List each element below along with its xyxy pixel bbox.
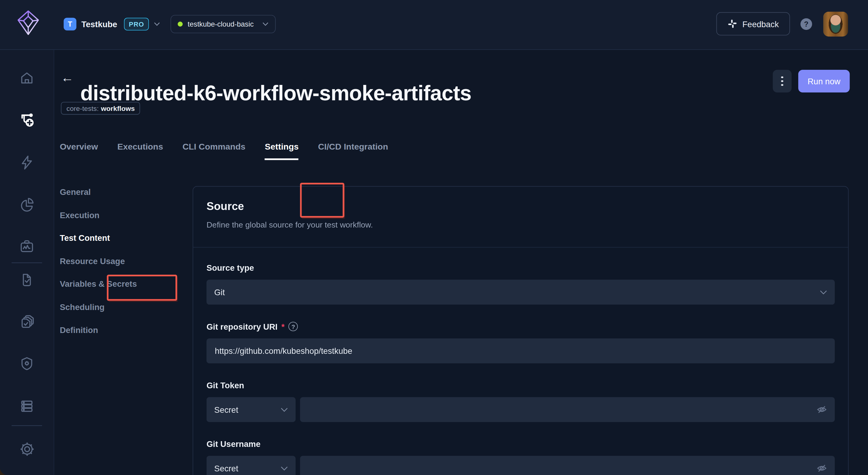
test-document-icon[interactable] [18, 271, 36, 288]
subnav-definition[interactable]: Definition [60, 324, 137, 336]
source-type-label: Source type [207, 263, 835, 272]
subnav-variables-secrets[interactable]: Variables & Secrets [60, 278, 137, 290]
sidebar-divider [11, 425, 42, 426]
question-circle-icon[interactable]: ? [288, 322, 298, 331]
back-button[interactable]: ← [61, 71, 74, 84]
tab-overview[interactable]: Overview [60, 142, 98, 153]
git-username-field: Git Username Secret [207, 439, 835, 475]
tab-cicd-integration[interactable]: CI/CD Integration [318, 142, 388, 153]
source-panel-description: Define the global source for your test w… [207, 220, 835, 234]
source-panel-title: Source [207, 200, 835, 213]
source-panel: Source Define the global source for your… [193, 186, 849, 475]
sidebar-divider [11, 263, 42, 263]
git-username-input[interactable] [300, 456, 835, 475]
eye-off-icon[interactable] [817, 463, 827, 474]
home-icon[interactable] [18, 70, 36, 86]
page-title: distributed-k6-workflow-smoke-artifacts [80, 82, 471, 106]
label-chip-key: core-tests: [66, 105, 99, 112]
subnav-general[interactable]: General [60, 186, 137, 198]
git-repository-uri-field: Git repository URI * ? [207, 322, 835, 363]
git-token-mode-select[interactable]: Secret [207, 397, 296, 422]
git-username-mode-value: Secret [214, 464, 281, 473]
main-content: ← distributed-k6-workflow-smoke-artifact… [54, 50, 868, 475]
git-token-mode-value: Secret [214, 405, 281, 414]
org-avatar: T [64, 18, 76, 31]
git-repository-uri-label: Git repository URI * ? [207, 322, 835, 331]
source-type-field: Source type Git [207, 263, 835, 304]
chevron-down-icon [154, 22, 160, 26]
subnav-scheduling[interactable]: Scheduling [60, 301, 137, 313]
workflow-tabs: Overview Executions CLI Commands Setting… [60, 142, 388, 153]
settings-subnav: General Execution Test Content Resource … [60, 186, 137, 347]
tab-executions[interactable]: Executions [117, 142, 163, 153]
kebab-dot [781, 84, 783, 86]
git-username-mode-select[interactable]: Secret [207, 456, 296, 475]
eye-off-icon[interactable] [817, 404, 827, 415]
settings-gear-icon[interactable] [18, 441, 36, 457]
org-name: Testkube [81, 19, 117, 29]
source-type-value: Git [214, 287, 820, 297]
label-chip-value: workflows [101, 105, 135, 112]
more-actions-button[interactable] [773, 70, 792, 92]
user-avatar[interactable] [823, 11, 848, 36]
chevron-down-icon [281, 466, 288, 471]
git-token-input-wrap [300, 397, 835, 422]
monitors-activity-icon[interactable] [18, 238, 36, 255]
help-icon[interactable]: ? [800, 18, 812, 30]
tab-settings[interactable]: Settings [265, 142, 299, 153]
tab-cli-commands[interactable]: CLI Commands [182, 142, 245, 153]
kebab-dot [781, 80, 783, 82]
definitions-stack-icon[interactable] [18, 313, 36, 330]
feedback-button[interactable]: Feedback [716, 12, 790, 35]
source-panel-header: Source Define the global source for your… [193, 187, 848, 248]
run-now-button[interactable]: Run now [798, 70, 849, 92]
create-workflow-icon[interactable] [18, 112, 36, 128]
security-shield-icon[interactable] [18, 356, 36, 372]
triggers-lightning-icon[interactable] [18, 154, 36, 171]
top-bar: T Testkube PRO testkube-cloud-basic [0, 0, 868, 50]
subnav-execution[interactable]: Execution [60, 209, 137, 221]
chevron-down-icon [262, 22, 269, 26]
testkube-logo[interactable] [16, 9, 41, 36]
git-username-label: Git Username [207, 439, 835, 448]
required-marker: * [281, 322, 285, 331]
git-token-input[interactable] [300, 397, 835, 422]
sidebar [0, 50, 54, 475]
app-window: T Testkube PRO testkube-cloud-basic [0, 0, 868, 475]
label-chip[interactable]: core-tests: workflows [61, 102, 141, 115]
env-name: testkube-cloud-basic [188, 20, 262, 28]
git-token-field: Git Token Secret [207, 380, 835, 422]
feedback-label: Feedback [742, 19, 779, 28]
source-panel-body: Source type Git Git repository URI * ? [193, 247, 848, 475]
git-token-label: Git Token [207, 380, 835, 390]
subnav-test-content[interactable]: Test Content [60, 232, 137, 244]
kebab-dot [781, 76, 783, 78]
organization-switcher[interactable]: T Testkube PRO [64, 18, 160, 31]
env-status-dot [178, 22, 182, 26]
environment-select[interactable]: testkube-cloud-basic [170, 15, 276, 33]
insights-pie-icon[interactable] [18, 196, 36, 213]
servers-rack-icon[interactable] [18, 398, 36, 414]
git-username-input-wrap [300, 456, 835, 475]
plan-badge: PRO [124, 18, 149, 31]
source-type-select[interactable]: Git [207, 280, 835, 304]
chevron-down-icon [281, 407, 288, 412]
subnav-resource-usage[interactable]: Resource Usage [60, 255, 137, 267]
chevron-down-icon [820, 290, 827, 295]
git-repository-uri-input[interactable] [207, 338, 835, 363]
slack-icon [727, 19, 738, 29]
